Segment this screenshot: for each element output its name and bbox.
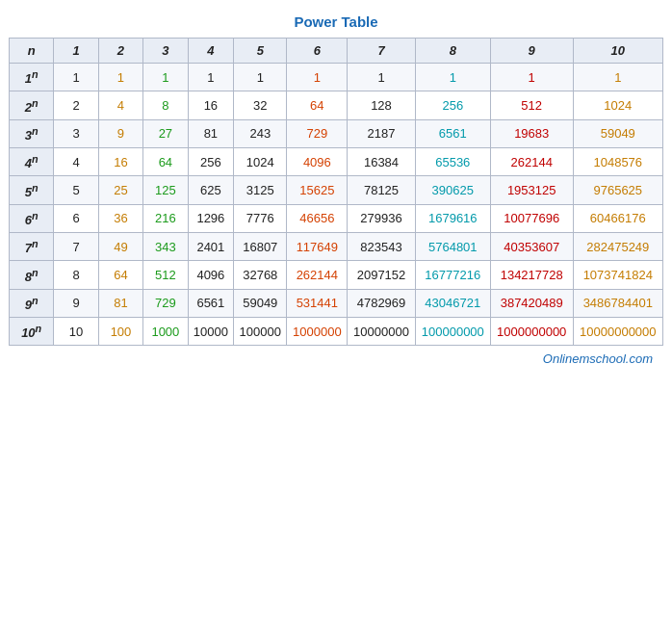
cell-9-7: 4782969 — [348, 289, 415, 317]
row-header-4: 4n — [10, 147, 54, 175]
cell-3-1: 3 — [54, 119, 98, 147]
cell-9-4: 6561 — [188, 289, 234, 317]
cell-7-2: 49 — [98, 232, 142, 260]
cell-7-3: 343 — [143, 232, 188, 260]
cell-3-7: 2187 — [348, 119, 415, 147]
cell-8-2: 64 — [98, 261, 142, 289]
cell-1-7: 1 — [348, 64, 415, 91]
row-header-9: 9n — [10, 289, 54, 317]
cell-1-1: 1 — [54, 64, 98, 91]
cell-8-3: 512 — [143, 261, 188, 289]
cell-2-7: 128 — [348, 91, 415, 119]
cell-8-8: 16777216 — [415, 261, 490, 289]
cell-7-5: 16807 — [234, 232, 287, 260]
cell-2-10: 1024 — [573, 91, 662, 119]
col-header-n: n — [10, 39, 54, 64]
cell-9-10: 3486784401 — [573, 289, 662, 317]
col-header-6: 6 — [287, 39, 348, 64]
cell-7-6: 117649 — [287, 232, 348, 260]
cell-8-7: 2097152 — [348, 261, 415, 289]
cell-3-6: 729 — [287, 119, 348, 147]
cell-1-10: 1 — [573, 64, 662, 91]
cell-8-5: 32768 — [234, 261, 287, 289]
cell-6-4: 1296 — [188, 204, 234, 232]
power-table: n12345678910 1n11111111112n2481632641282… — [9, 38, 663, 346]
row-header-1: 1n — [10, 64, 54, 91]
cell-2-6: 64 — [287, 91, 348, 119]
cell-6-9: 10077696 — [490, 204, 573, 232]
cell-10-6: 1000000 — [287, 317, 348, 345]
cell-5-3: 125 — [143, 176, 188, 204]
col-header-8: 8 — [415, 39, 490, 64]
row-header-5: 5n — [10, 176, 54, 204]
cell-1-2: 1 — [98, 64, 142, 91]
cell-8-6: 262144 — [287, 261, 348, 289]
cell-7-7: 823543 — [348, 232, 415, 260]
col-header-4: 4 — [188, 39, 234, 64]
cell-5-8: 390625 — [415, 176, 490, 204]
cell-5-7: 78125 — [348, 176, 415, 204]
cell-3-10: 59049 — [573, 119, 662, 147]
row-header-6: 6n — [10, 204, 54, 232]
cell-10-7: 10000000 — [348, 317, 415, 345]
cell-8-9: 134217728 — [490, 261, 573, 289]
row-header-2: 2n — [10, 91, 54, 119]
cell-7-1: 7 — [54, 232, 98, 260]
table-row: 2n2481632641282565121024 — [10, 91, 663, 119]
table-row: 10n1010010001000010000010000001000000010… — [10, 317, 663, 345]
cell-4-7: 16384 — [348, 147, 415, 175]
cell-7-4: 2401 — [188, 232, 234, 260]
cell-10-8: 100000000 — [415, 317, 490, 345]
cell-1-3: 1 — [143, 64, 188, 91]
cell-9-1: 9 — [54, 289, 98, 317]
cell-2-2: 4 — [98, 91, 142, 119]
cell-1-5: 1 — [234, 64, 287, 91]
cell-10-10: 10000000000 — [573, 317, 662, 345]
cell-5-5: 3125 — [234, 176, 287, 204]
cell-2-9: 512 — [490, 91, 573, 119]
cell-4-6: 4096 — [287, 147, 348, 175]
cell-9-8: 43046721 — [415, 289, 490, 317]
cell-5-6: 15625 — [287, 176, 348, 204]
cell-7-9: 40353607 — [490, 232, 573, 260]
cell-10-3: 1000 — [143, 317, 188, 345]
cell-3-9: 19683 — [490, 119, 573, 147]
cell-4-10: 1048576 — [573, 147, 662, 175]
cell-7-8: 5764801 — [415, 232, 490, 260]
cell-1-8: 1 — [415, 64, 490, 91]
cell-5-4: 625 — [188, 176, 234, 204]
cell-4-4: 256 — [188, 147, 234, 175]
cell-10-4: 10000 — [188, 317, 234, 345]
cell-2-1: 2 — [54, 91, 98, 119]
cell-4-3: 64 — [143, 147, 188, 175]
table-row: 5n52512562531251562578125390625195312597… — [10, 176, 663, 204]
cell-6-7: 279936 — [348, 204, 415, 232]
cell-4-1: 4 — [54, 147, 98, 175]
cell-10-5: 100000 — [234, 317, 287, 345]
cell-8-10: 1073741824 — [573, 261, 662, 289]
cell-5-10: 9765625 — [573, 176, 662, 204]
col-header-10: 10 — [573, 39, 662, 64]
cell-3-4: 81 — [188, 119, 234, 147]
cell-4-2: 16 — [98, 147, 142, 175]
cell-9-9: 387420489 — [490, 289, 573, 317]
table-row: 6n63621612967776466562799361679616100776… — [10, 204, 663, 232]
table-row: 8n86451240963276826214420971521677721613… — [10, 261, 663, 289]
row-header-3: 3n — [10, 119, 54, 147]
cell-6-6: 46656 — [287, 204, 348, 232]
cell-6-8: 1679616 — [415, 204, 490, 232]
col-header-3: 3 — [143, 39, 188, 64]
table-row: 3n392781243729218765611968359049 — [10, 119, 663, 147]
cell-3-5: 243 — [234, 119, 287, 147]
cell-10-9: 1000000000 — [490, 317, 573, 345]
cell-4-8: 65536 — [415, 147, 490, 175]
cell-9-3: 729 — [143, 289, 188, 317]
table-row: 7n74934324011680711764982354357648014035… — [10, 232, 663, 260]
cell-1-4: 1 — [188, 64, 234, 91]
col-header-5: 5 — [234, 39, 287, 64]
cell-6-3: 216 — [143, 204, 188, 232]
cell-10-2: 100 — [98, 317, 142, 345]
cell-2-4: 16 — [188, 91, 234, 119]
row-header-10: 10n — [10, 317, 54, 345]
cell-6-1: 6 — [54, 204, 98, 232]
